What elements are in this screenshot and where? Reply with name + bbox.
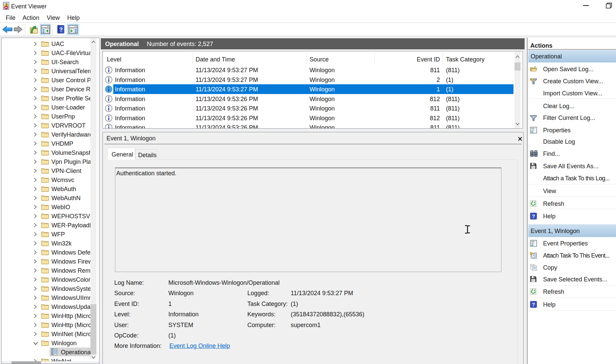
svg-text:?: ? <box>532 302 535 307</box>
svg-text:?: ? <box>59 27 63 33</box>
svg-text:?: ? <box>532 213 535 219</box>
